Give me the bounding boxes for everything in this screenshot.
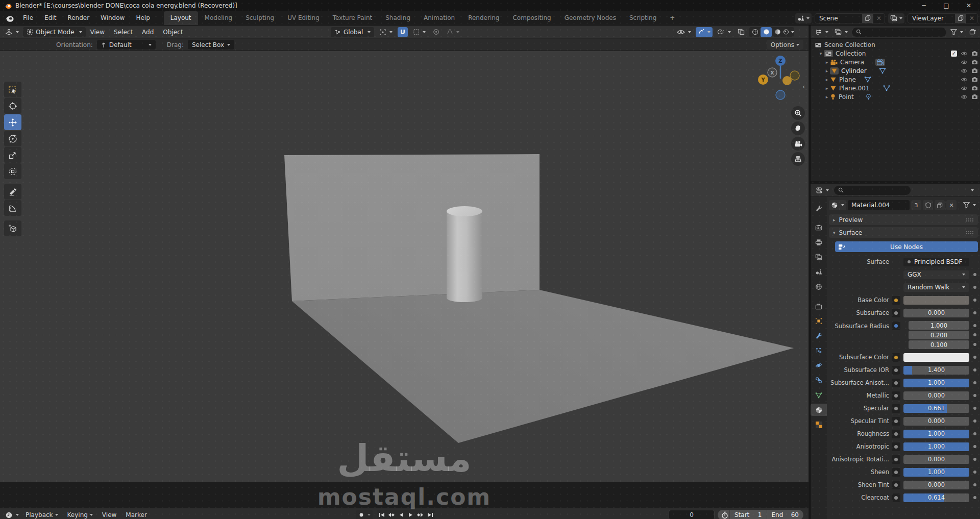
input-socket[interactable] — [892, 309, 900, 317]
end-frame-field[interactable]: End 60 — [767, 511, 804, 518]
timeline-editor-type-button[interactable] — [3, 510, 21, 519]
disable-render-icon[interactable] — [971, 85, 978, 91]
ortho-toggle-button[interactable] — [791, 152, 805, 166]
pan-button[interactable] — [791, 121, 805, 135]
backdrop-plane-object[interactable] — [0, 51, 808, 482]
surface-panel-header[interactable]: ▾ Surface — [829, 227, 978, 238]
decorator-dot[interactable] — [973, 419, 976, 423]
cylinder-object[interactable] — [447, 211, 482, 302]
input-socket[interactable] — [892, 468, 900, 477]
shading-solid-button[interactable] — [761, 27, 772, 37]
decorator-dot[interactable] — [973, 356, 976, 359]
material-name-field[interactable]: Material.004 — [848, 200, 910, 210]
roughness-slider[interactable]: 1.000 — [903, 430, 969, 438]
tool-cursor[interactable] — [4, 98, 21, 114]
viewlayer-browse-button[interactable] — [888, 13, 904, 23]
gizmo-z-neg-axis[interactable] — [776, 90, 785, 100]
scene-unlink-button[interactable]: ✕ — [873, 13, 885, 23]
proportional-editing-toggle[interactable] — [431, 27, 442, 37]
options-button[interactable]: Options — [767, 40, 803, 50]
outliner-row-collection[interactable]: ▾ Collection ✓ — [811, 49, 980, 58]
sss-method-dropdown[interactable]: Random Walk — [903, 283, 969, 292]
input-socket[interactable] — [892, 493, 900, 502]
menu-file[interactable]: File — [17, 11, 39, 25]
tab-object[interactable] — [811, 315, 827, 327]
metallic-slider[interactable]: 0.000 — [903, 391, 969, 400]
minimize-button[interactable]: ─ — [913, 0, 935, 11]
unlink-material-button[interactable]: ✕ — [946, 200, 957, 210]
tab-scene[interactable] — [811, 266, 827, 278]
prev-keyframe-button[interactable] — [386, 510, 396, 519]
hide-eye-icon[interactable] — [961, 77, 968, 82]
close-button[interactable]: ✕ — [958, 0, 980, 11]
cylinder-top-face[interactable] — [447, 206, 482, 216]
properties-search-input[interactable] — [834, 186, 911, 195]
tab-collection[interactable] — [811, 300, 827, 312]
decorator-dot[interactable] — [973, 445, 976, 448]
tool-measure[interactable] — [4, 200, 21, 216]
mode-dropdown[interactable]: Object Mode — [23, 27, 86, 37]
menu-window[interactable]: Window — [95, 11, 130, 25]
properties-options-dropdown[interactable] — [971, 189, 974, 191]
camera-view-button[interactable] — [791, 137, 805, 151]
timeline-menu-playback[interactable]: Playback — [21, 511, 63, 518]
navigation-gizmo[interactable]: Z X Y — [754, 52, 805, 103]
subsurface-anisotropy-slider[interactable]: 1.000 — [903, 379, 969, 387]
tab-output[interactable] — [811, 236, 827, 249]
play-reverse-button[interactable] — [396, 510, 406, 519]
distribution-dropdown[interactable]: GGX — [903, 270, 969, 279]
expand-arrow[interactable]: ▸ — [824, 94, 830, 100]
outliner-row-point[interactable]: ▸ Point — [811, 92, 980, 101]
decorator-dot[interactable] — [973, 407, 976, 410]
outliner-row-camera[interactable]: ▸ Camera — [811, 58, 980, 66]
tool-add-cube[interactable] — [4, 220, 21, 236]
shading-wireframe-button[interactable] — [749, 27, 761, 37]
tab-sculpting[interactable]: Sculpting — [239, 11, 281, 25]
input-socket[interactable] — [892, 455, 900, 464]
proportional-falloff-dropdown[interactable] — [445, 27, 461, 37]
surface-shader-button[interactable]: Principled BSDF — [903, 258, 969, 266]
tab-texture-paint[interactable]: Texture Paint — [326, 11, 379, 25]
radius-y-field[interactable]: 0.200 — [909, 331, 969, 339]
current-frame-field[interactable]: 0 — [669, 510, 715, 519]
decorator-dot[interactable] — [973, 458, 976, 461]
new-collection-button[interactable] — [967, 27, 978, 37]
subsurface-slider[interactable]: 0.000 — [903, 309, 969, 317]
tab-modeling[interactable]: Modeling — [198, 11, 239, 25]
tab-modifiers[interactable] — [811, 330, 827, 342]
outliner-row-scene-collection[interactable]: Scene Collection — [811, 40, 980, 49]
disable-render-icon[interactable] — [971, 94, 978, 100]
gizmos-toggle-dropdown[interactable] — [696, 27, 713, 37]
decorator-dot[interactable] — [973, 333, 976, 336]
tab-compositing[interactable]: Compositing — [506, 11, 557, 25]
menu-help[interactable]: Help — [130, 11, 155, 25]
start-frame-field[interactable]: Start 1 — [730, 511, 767, 518]
outliner-row-plane-001[interactable]: ▸ Plane.001 — [811, 84, 980, 92]
use-nodes-button[interactable]: Use Nodes — [835, 241, 978, 252]
expand-arrow[interactable]: ▸ — [824, 86, 830, 91]
expand-arrow[interactable]: ▸ — [824, 77, 830, 82]
timeline-menu-keying[interactable]: Keying — [63, 511, 97, 518]
outliner-row-plane[interactable]: ▸ Plane — [811, 75, 980, 84]
scene-copy-button[interactable] — [862, 13, 873, 23]
scene-name-field[interactable]: Scene ✕ — [815, 13, 885, 23]
viewport-3d[interactable]: Z X Y ‹ — [0, 51, 808, 482]
preview-panel-header[interactable]: ▸ Preview — [829, 214, 978, 225]
tab-world[interactable] — [811, 281, 827, 293]
outliner-editor-type-button[interactable] — [813, 27, 830, 37]
maximize-button[interactable]: □ — [935, 0, 958, 11]
collection-checkbox[interactable]: ✓ — [951, 51, 957, 57]
drag-mode-dropdown[interactable]: Select Box — [188, 40, 234, 50]
decorator-dot[interactable] — [973, 273, 976, 276]
next-keyframe-button[interactable] — [415, 510, 425, 519]
menu-view[interactable]: View — [86, 29, 109, 36]
outliner-filter-button[interactable] — [948, 27, 965, 37]
input-socket[interactable] — [892, 379, 900, 387]
input-socket[interactable] — [892, 391, 900, 400]
pivot-point-dropdown[interactable] — [377, 27, 395, 37]
expand-arrow[interactable]: ▸ — [824, 68, 830, 73]
tab-object-data[interactable] — [811, 389, 827, 401]
hide-eye-icon[interactable] — [961, 86, 968, 91]
outliner-row-cylinder[interactable]: ▸ Cylinder — [811, 66, 980, 75]
decorator-dot[interactable] — [973, 471, 976, 474]
